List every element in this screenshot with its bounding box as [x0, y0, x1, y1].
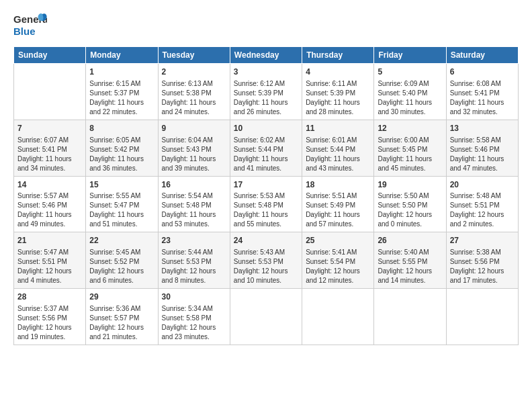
- calendar-cell: 27Sunrise: 5:38 AMSunset: 5:56 PMDayligh…: [446, 232, 518, 289]
- page: GeneralBlue SundayMondayTuesdayWednesday…: [0, 0, 532, 411]
- day-number: 10: [234, 123, 298, 134]
- calendar-cell: 23Sunrise: 5:44 AMSunset: 5:53 PMDayligh…: [158, 232, 230, 289]
- calendar-cell: 13Sunrise: 5:58 AMSunset: 5:46 PMDayligh…: [446, 120, 518, 176]
- svg-text:Blue: Blue: [13, 26, 36, 37]
- day-info: Sunrise: 6:08 AM: [450, 79, 515, 89]
- day-info: Sunset: 5:50 PM: [378, 201, 442, 210]
- day-info: Daylight: 12 hours: [450, 267, 515, 276]
- day-info: Daylight: 11 hours: [162, 210, 226, 220]
- day-info: Daylight: 11 hours: [306, 154, 370, 164]
- day-info: Sunset: 5:37 PM: [89, 89, 154, 98]
- day-number: 15: [89, 179, 154, 191]
- day-info: Sunrise: 5:36 AM: [89, 304, 154, 314]
- day-info: and 10 minutes.: [234, 276, 298, 285]
- day-info: and 14 minutes.: [378, 276, 442, 285]
- day-number: 7: [17, 123, 82, 134]
- day-info: and 4 minutes.: [17, 276, 82, 285]
- day-info: and 8 minutes.: [162, 276, 226, 285]
- calendar-cell: 14Sunrise: 5:57 AMSunset: 5:46 PMDayligh…: [14, 176, 86, 232]
- day-info: Daylight: 11 hours: [450, 98, 515, 107]
- week-row-0: 1Sunrise: 6:15 AMSunset: 5:37 PMDaylight…: [14, 64, 519, 120]
- day-number: 1: [89, 66, 154, 78]
- week-row-1: 7Sunrise: 6:07 AMSunset: 5:41 PMDaylight…: [14, 120, 519, 176]
- day-info: Sunrise: 5:53 AM: [234, 191, 298, 201]
- day-number: 23: [162, 235, 226, 246]
- calendar-cell: 21Sunrise: 5:47 AMSunset: 5:51 PMDayligh…: [14, 232, 86, 289]
- calendar-cell: 20Sunrise: 5:48 AMSunset: 5:51 PMDayligh…: [446, 176, 518, 232]
- day-number: 6: [450, 66, 515, 78]
- day-number: 24: [234, 235, 298, 246]
- day-number: 13: [450, 123, 515, 134]
- day-info: Sunset: 5:53 PM: [234, 257, 298, 267]
- day-number: 16: [162, 179, 226, 191]
- day-info: Sunrise: 6:01 AM: [306, 136, 370, 145]
- day-info: Sunset: 5:48 PM: [234, 201, 298, 210]
- day-info: Sunset: 5:49 PM: [306, 201, 370, 210]
- calendar-cell: 25Sunrise: 5:41 AMSunset: 5:54 PMDayligh…: [302, 232, 374, 289]
- day-info: Sunset: 5:46 PM: [450, 145, 515, 154]
- day-info: Sunset: 5:40 PM: [378, 89, 442, 98]
- day-info: Daylight: 12 hours: [89, 267, 154, 276]
- calendar-cell: 12Sunrise: 6:00 AMSunset: 5:45 PMDayligh…: [374, 120, 446, 176]
- day-info: Sunset: 5:51 PM: [450, 201, 515, 210]
- calendar-cell: 1Sunrise: 6:15 AMSunset: 5:37 PMDaylight…: [86, 64, 158, 120]
- week-row-3: 21Sunrise: 5:47 AMSunset: 5:51 PMDayligh…: [14, 232, 519, 289]
- day-info: Sunset: 5:44 PM: [234, 145, 298, 154]
- calendar-cell: 6Sunrise: 6:08 AMSunset: 5:41 PMDaylight…: [446, 64, 518, 120]
- day-info: Sunrise: 6:00 AM: [378, 136, 442, 145]
- calendar-cell: 15Sunrise: 5:55 AMSunset: 5:47 PMDayligh…: [86, 176, 158, 232]
- day-info: Daylight: 12 hours: [378, 210, 442, 220]
- day-info: Sunset: 5:58 PM: [162, 314, 226, 323]
- day-info: Sunset: 5:47 PM: [89, 201, 154, 210]
- day-info: Sunset: 5:38 PM: [162, 89, 226, 98]
- day-info: Daylight: 11 hours: [306, 210, 370, 220]
- day-info: and 45 minutes.: [378, 164, 442, 173]
- calendar-cell: 24Sunrise: 5:43 AMSunset: 5:53 PMDayligh…: [230, 232, 302, 289]
- day-info: and 28 minutes.: [306, 107, 370, 117]
- day-info: Sunset: 5:42 PM: [89, 145, 154, 154]
- calendar-cell: 7Sunrise: 6:07 AMSunset: 5:41 PMDaylight…: [14, 120, 86, 176]
- day-info: and 19 minutes.: [17, 332, 82, 342]
- day-info: and 6 minutes.: [89, 276, 154, 285]
- day-info: Sunrise: 5:57 AM: [17, 191, 82, 201]
- day-info: Sunrise: 6:04 AM: [162, 136, 226, 145]
- calendar-cell: 28Sunrise: 5:37 AMSunset: 5:56 PMDayligh…: [14, 289, 86, 345]
- day-info: Daylight: 11 hours: [306, 98, 370, 107]
- day-info: and 36 minutes.: [89, 164, 154, 173]
- day-number: 2: [162, 66, 226, 78]
- day-number: 21: [17, 235, 82, 246]
- calendar-cell: 29Sunrise: 5:36 AMSunset: 5:57 PMDayligh…: [86, 289, 158, 345]
- week-row-2: 14Sunrise: 5:57 AMSunset: 5:46 PMDayligh…: [14, 176, 519, 232]
- day-info: Daylight: 12 hours: [162, 323, 226, 332]
- day-info: Sunrise: 6:15 AM: [89, 79, 154, 89]
- day-info: and 26 minutes.: [234, 107, 298, 117]
- day-number: 8: [89, 123, 154, 134]
- day-info: Sunrise: 6:12 AM: [234, 79, 298, 89]
- week-row-4: 28Sunrise: 5:37 AMSunset: 5:56 PMDayligh…: [14, 289, 519, 345]
- day-info: and 30 minutes.: [378, 107, 442, 117]
- day-info: Daylight: 11 hours: [17, 154, 82, 164]
- day-number: 12: [378, 123, 442, 134]
- day-info: and 17 minutes.: [450, 276, 515, 285]
- calendar-cell: 2Sunrise: 6:13 AMSunset: 5:38 PMDaylight…: [158, 64, 230, 120]
- day-info: Sunset: 5:41 PM: [17, 145, 82, 154]
- calendar-cell: [302, 289, 374, 345]
- day-number: 19: [378, 179, 442, 191]
- day-info: Daylight: 12 hours: [306, 267, 370, 276]
- day-info: and 55 minutes.: [234, 220, 298, 229]
- day-info: Sunset: 5:46 PM: [17, 201, 82, 210]
- day-number: 9: [162, 123, 226, 134]
- calendar-cell: 10Sunrise: 6:02 AMSunset: 5:44 PMDayligh…: [230, 120, 302, 176]
- day-info: and 53 minutes.: [162, 220, 226, 229]
- day-number: 20: [450, 179, 515, 191]
- day-info: Daylight: 11 hours: [162, 98, 226, 107]
- day-info: Daylight: 11 hours: [378, 154, 442, 164]
- day-info: Sunset: 5:43 PM: [162, 145, 226, 154]
- col-header-sunday: Sunday: [14, 47, 86, 64]
- day-info: Sunrise: 6:13 AM: [162, 79, 226, 89]
- day-info: Sunrise: 5:55 AM: [89, 191, 154, 201]
- day-info: and 47 minutes.: [450, 164, 515, 173]
- day-number: 17: [234, 179, 298, 191]
- day-info: and 12 minutes.: [306, 276, 370, 285]
- day-info: Sunrise: 5:54 AM: [162, 191, 226, 201]
